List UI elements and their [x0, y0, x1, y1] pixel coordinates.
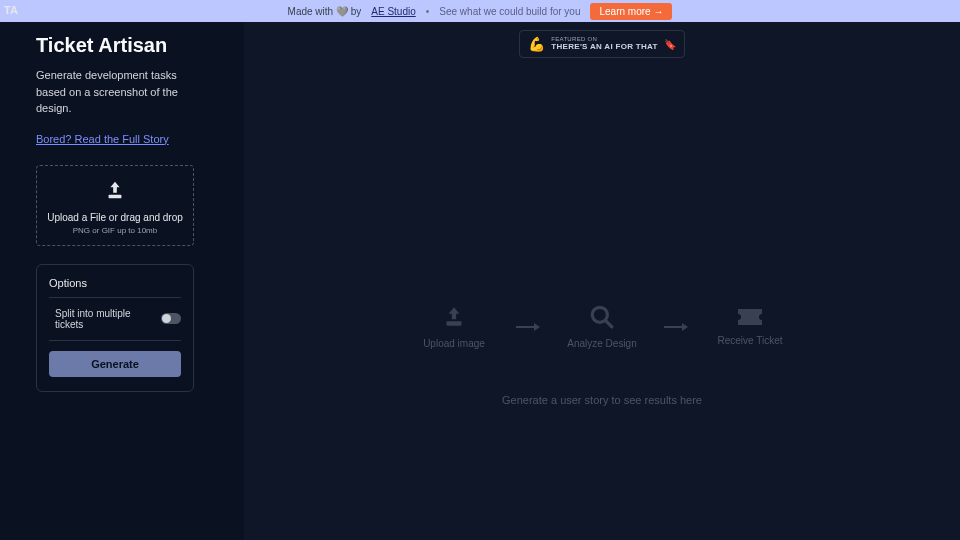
flow-step-label: Upload image: [423, 338, 485, 349]
split-toggle-label: Split into multiple tickets: [55, 308, 161, 330]
upload-icon: [441, 304, 467, 330]
arrow-right-icon: [664, 321, 688, 333]
promo-banner: Made with 🩶 by AE Studio • See what we c…: [0, 0, 960, 22]
ae-studio-link[interactable]: AE Studio: [371, 6, 415, 17]
empty-state-hint: Generate a user story to see results her…: [502, 394, 702, 406]
learn-more-button[interactable]: Learn more →: [590, 3, 672, 20]
separator-dot: •: [426, 6, 430, 17]
flow-step-upload: Upload image: [414, 304, 494, 349]
muscle-icon: 💪: [528, 36, 545, 52]
app-logo: TA: [4, 4, 18, 16]
options-title: Options: [49, 277, 181, 289]
svg-point-2: [592, 307, 607, 322]
sidebar: Ticket Artisan Generate development task…: [0, 22, 244, 540]
page-subtitle: Generate development tasks based on a sc…: [36, 67, 206, 117]
flow-step-analyze: Analyze Design: [562, 304, 642, 349]
svg-rect-0: [109, 194, 122, 198]
split-toggle-row: Split into multiple tickets: [49, 308, 181, 340]
banner-see-text: See what we could build for you: [439, 6, 580, 17]
upload-dropzone[interactable]: Upload a File or drag and drop PNG or GI…: [36, 165, 194, 246]
banner-made-with: Made with 🩶 by: [288, 6, 362, 17]
upload-icon: [104, 180, 126, 202]
flow-step-label: Receive Ticket: [717, 335, 782, 346]
ticket-icon: [736, 307, 764, 327]
featured-big: THERE'S AN AI FOR THAT: [551, 43, 657, 52]
options-panel: Options Split into multiple tickets Gene…: [36, 264, 194, 392]
full-story-link[interactable]: Bored? Read the Full Story: [36, 133, 169, 145]
bookmark-icon: 🔖: [664, 39, 676, 50]
flow-step-receive: Receive Ticket: [710, 307, 790, 346]
arrow-right-icon: [516, 321, 540, 333]
divider: [49, 340, 181, 341]
flow-step-label: Analyze Design: [567, 338, 636, 349]
generate-button[interactable]: Generate: [49, 351, 181, 377]
magnify-icon: [589, 304, 615, 330]
page-title: Ticket Artisan: [36, 34, 226, 57]
featured-badge[interactable]: 💪 FEATURED ON THERE'S AN AI FOR THAT 🔖: [519, 30, 685, 58]
content-area: 💪 FEATURED ON THERE'S AN AI FOR THAT 🔖 U…: [244, 22, 960, 540]
svg-rect-1: [446, 321, 461, 325]
divider: [49, 297, 181, 298]
split-toggle[interactable]: [161, 313, 181, 324]
upload-subtitle: PNG or GIF up to 10mb: [47, 226, 183, 235]
flow-diagram: Upload image Analyze Design Receive Tick…: [414, 304, 790, 349]
upload-title: Upload a File or drag and drop: [47, 212, 183, 223]
svg-line-3: [605, 320, 613, 328]
